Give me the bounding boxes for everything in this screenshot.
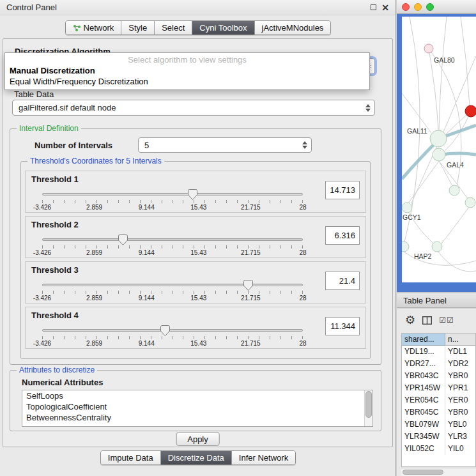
threshold-slider[interactable]: -3.4262.8599.14415.4321.71528 [42, 324, 303, 348]
scale-label: 21.715 [241, 204, 261, 211]
table-row[interactable]: YDL19...YDL1 [402, 346, 475, 358]
table-cell[interactable]: YDR2 [445, 358, 475, 370]
table-cell[interactable]: YLR3 [445, 431, 475, 443]
threshold-value-field[interactable]: 11.344 [325, 317, 360, 335]
tab-jactivemnodules[interactable]: jActiveMNodules [254, 21, 331, 35]
scrollbar-thumb[interactable] [403, 470, 443, 475]
scrollbar-thumb[interactable] [365, 391, 372, 418]
slider-thumb[interactable] [118, 234, 128, 245]
network-node-gal80[interactable] [424, 44, 433, 53]
gear-icon[interactable]: ⚙ [405, 313, 415, 327]
slider-scale: -3.4262.8599.14415.4321.71528 [42, 204, 303, 211]
slider-track[interactable] [42, 329, 303, 332]
network-node-gal11[interactable] [430, 130, 447, 147]
table-row[interactable]: YBL079WYBL0 [402, 418, 475, 431]
scale-label: 2.859 [86, 249, 102, 256]
dropdown-option[interactable]: Manual Discretization [5, 65, 369, 76]
apply-button[interactable]: Apply [176, 432, 220, 446]
network-node[interactable] [402, 242, 409, 252]
tab-label: Network [84, 23, 114, 33]
slider-thumb[interactable] [243, 280, 253, 291]
table-cell[interactable]: YBR0 [445, 370, 475, 382]
traffic-light-minimize-icon[interactable] [414, 3, 422, 11]
columns-icon[interactable] [422, 316, 432, 325]
network-node[interactable] [465, 197, 475, 208]
slider-thumb[interactable] [188, 189, 197, 200]
table-row[interactable]: YER054CYER0 [402, 394, 475, 406]
threshold-slider[interactable]: -3.4262.8599.14415.4321.71528 [42, 233, 303, 257]
list-scrollbar[interactable] [364, 390, 372, 426]
threshold-slider[interactable]: -3.4262.8599.14415.4321.71528 [42, 279, 303, 303]
table-row[interactable]: YIL052CYIL0 [402, 443, 475, 455]
table-cell[interactable]: YIL052C [402, 443, 445, 455]
table-cell[interactable]: YBL0 [445, 418, 475, 431]
table-data-combobox[interactable]: galFiltered.sif default node [12, 100, 375, 116]
table-row[interactable]: YPR145WYPR1 [402, 382, 475, 394]
thresholds-group: Threshold's Coordinates for 5 Intervals … [20, 161, 371, 359]
table-cell[interactable]: YDR27... [402, 358, 445, 370]
tab-discretize-data[interactable]: Discretize Data [160, 451, 231, 464]
table-cell[interactable]: YBR0 [445, 406, 475, 418]
dropdown-placeholder: Select algorithm to view settings [5, 53, 369, 65]
network-node-gcy1[interactable] [402, 203, 412, 213]
tab-label: Style [128, 23, 147, 33]
table-cell[interactable]: YLR345W [402, 431, 445, 443]
table-cell[interactable]: YPR1 [445, 382, 475, 394]
tab-cyni-toolbox[interactable]: Cyni Toolbox [192, 21, 254, 35]
table-header-row: shared... n... [402, 334, 475, 346]
tab-label: Cyni Toolbox [199, 23, 247, 33]
table-row[interactable]: YBR043CYBR0 [402, 370, 475, 382]
tab-style[interactable]: Style [121, 21, 154, 35]
table-cell[interactable]: YBR043C [402, 370, 445, 382]
column-header-name[interactable]: n... [445, 334, 475, 346]
scale-label: 28 [299, 295, 306, 302]
numerical-attributes-list[interactable]: SelfLoopsTopologicalCoefficientBetweenne… [22, 390, 373, 427]
float-window-button[interactable] [371, 4, 376, 10]
attribute-item[interactable]: TopologicalCoefficient [22, 401, 372, 412]
checkbox-icons[interactable]: ☑☑ [439, 316, 454, 325]
traffic-light-close-icon[interactable] [402, 3, 410, 11]
tab-infer-network[interactable]: Infer Network [231, 451, 295, 464]
dropdown-option[interactable]: Equal Width/Frequency Discretization [5, 76, 369, 87]
threshold-label: Threshold 2 [31, 220, 79, 229]
slider-thumb[interactable] [160, 325, 170, 336]
tab-network[interactable]: Network [66, 21, 121, 35]
horizontal-scrollbar[interactable] [401, 468, 476, 476]
table-row[interactable]: YBR045CYBR0 [402, 406, 475, 418]
table-cell[interactable]: YDL1 [445, 346, 475, 358]
tab-label: Impute Data [108, 453, 153, 463]
table-row[interactable]: YLR345WYLR3 [402, 431, 475, 443]
attribute-item[interactable]: SelfLoops [22, 390, 372, 401]
table-cell[interactable]: YDL19... [402, 346, 445, 358]
slider-track[interactable] [42, 238, 303, 241]
threshold-value-field[interactable]: 14.713 [325, 181, 360, 199]
table-cell[interactable]: YPR145W [402, 382, 445, 394]
table-row[interactable]: YDR27...YDR2 [402, 358, 475, 370]
scale-label: 28 [299, 340, 306, 347]
network-node-gal4[interactable] [433, 148, 445, 161]
tab-select[interactable]: Select [154, 21, 192, 35]
table-cell[interactable]: YBR045C [402, 406, 445, 418]
network-node-hap2[interactable] [432, 242, 442, 252]
table-cell[interactable]: YBL079W [402, 418, 445, 431]
slider-track[interactable] [42, 284, 303, 286]
window-title: Control Panel [6, 3, 365, 12]
table-cell[interactable]: YER0 [445, 394, 475, 406]
network-node[interactable] [465, 105, 476, 117]
slider-track[interactable] [42, 193, 303, 196]
column-header-shared-name[interactable]: shared... [402, 334, 445, 346]
network-canvas[interactable]: GAL80GAL11GAL4GCY1HAP2 [402, 17, 476, 282]
threshold-slider[interactable]: -3.4262.8599.14415.4321.71528 [42, 188, 303, 212]
attribute-item[interactable]: BetweennessCentrality [22, 412, 372, 423]
threshold-value-field[interactable]: 6.316 [325, 226, 360, 245]
threshold-value-field[interactable]: 21.4 [325, 272, 360, 290]
number-of-intervals-combobox[interactable]: 5 [138, 137, 312, 153]
network-node[interactable] [449, 185, 459, 196]
table-cell[interactable]: YIL0 [445, 443, 475, 455]
scale-label: 2.859 [86, 204, 102, 211]
table-cell[interactable]: YER054C [402, 394, 445, 406]
traffic-light-zoom-icon[interactable] [426, 3, 434, 11]
table-toolbar: ⚙ ☑☑ [397, 309, 476, 332]
tab-impute-data[interactable]: Impute Data [101, 451, 160, 464]
close-panel-button[interactable]: ✕ [381, 3, 389, 13]
